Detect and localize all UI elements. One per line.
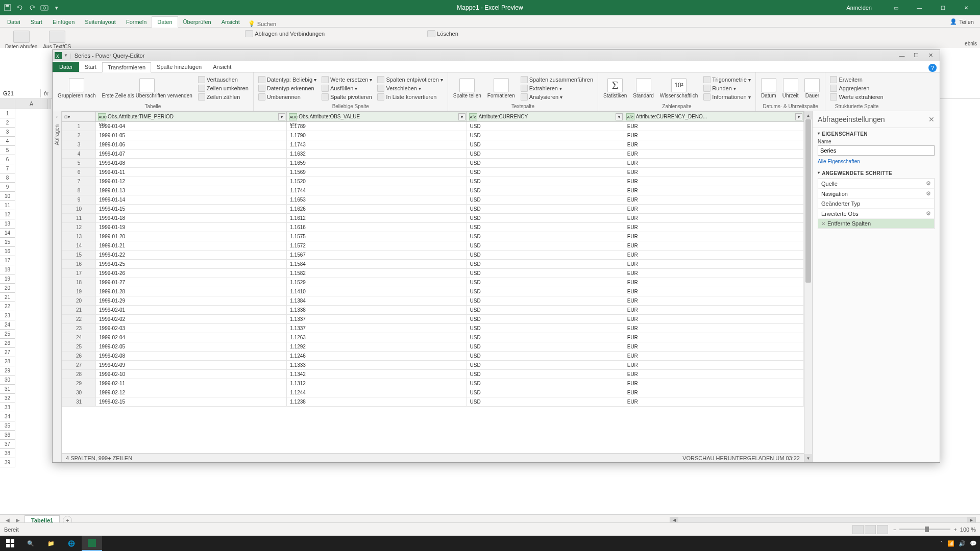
table-cell[interactable]: EUR xyxy=(624,223,803,232)
row-number[interactable]: 1 xyxy=(62,122,96,131)
table-cell[interactable]: USD xyxy=(467,177,624,186)
row-header[interactable]: 1 xyxy=(0,109,15,118)
table-row[interactable]: 271999-02-091.1333USDEUR xyxy=(62,361,804,370)
row-header[interactable]: 31 xyxy=(0,385,15,394)
table-cell[interactable]: USD xyxy=(467,186,624,195)
table-cell[interactable]: EUR xyxy=(624,205,803,214)
table-cell[interactable]: 1.1632 xyxy=(287,149,467,159)
extract-button[interactable]: Extrahieren ▾ xyxy=(519,84,595,92)
table-row[interactable]: 291999-02-111.1312USDEUR xyxy=(62,379,804,388)
row-number[interactable]: 26 xyxy=(62,352,96,361)
table-cell[interactable]: USD xyxy=(467,333,624,342)
table-cell[interactable]: 1999-01-22 xyxy=(96,251,287,260)
table-cell[interactable]: USD xyxy=(467,388,624,397)
table-cell[interactable]: 1.1292 xyxy=(287,342,467,352)
table-cell[interactable]: 1.1790 xyxy=(287,131,467,140)
table-cell[interactable]: EUR xyxy=(624,140,803,149)
from-text-button[interactable]: Aus Text/CS xyxy=(41,30,73,48)
table-cell[interactable]: EUR xyxy=(624,149,803,159)
table-cell[interactable]: 1.1337 xyxy=(287,324,467,333)
table-cell[interactable]: 1999-01-07 xyxy=(96,149,287,159)
applied-step[interactable]: ✕Entfernte Spalten xyxy=(818,219,934,229)
row-number[interactable]: 25 xyxy=(62,342,96,352)
to-list-button[interactable]: In Liste konvertieren xyxy=(376,93,444,101)
table-cell[interactable]: USD xyxy=(467,251,624,260)
table-cell[interactable]: 1999-01-28 xyxy=(96,287,287,296)
column-header[interactable]: ABC 123Obs.Attribute:OBS_VALUE▾ xyxy=(287,112,467,122)
search-icon[interactable]: 🔍 xyxy=(20,536,41,551)
table-row[interactable]: 111999-01-181.1612USDEUR xyxy=(62,214,804,223)
row-header[interactable]: 10 xyxy=(0,192,15,201)
close-icon[interactable]: ✕ xyxy=(954,0,978,15)
table-cell[interactable]: 1.1333 xyxy=(287,361,467,370)
table-cell[interactable]: 1999-01-25 xyxy=(96,260,287,269)
table-cell[interactable]: 1.1626 xyxy=(287,205,467,214)
row-number[interactable]: 27 xyxy=(62,361,96,370)
table-corner[interactable]: ⊞▾ xyxy=(62,112,96,122)
table-cell[interactable]: 1.1743 xyxy=(287,140,467,149)
table-cell[interactable]: 1.1572 xyxy=(287,241,467,251)
table-cell[interactable]: USD xyxy=(467,315,624,324)
row-number[interactable]: 13 xyxy=(62,232,96,241)
table-row[interactable]: 51999-01-081.1659USDEUR xyxy=(62,159,804,168)
table-row[interactable]: 281999-02-101.1342USDEUR xyxy=(62,370,804,379)
row-header[interactable]: 9 xyxy=(0,183,15,192)
table-cell[interactable]: 1.1384 xyxy=(287,296,467,306)
clear-filter-button[interactable]: Löschen xyxy=(425,30,460,38)
table-cell[interactable]: EUR xyxy=(624,241,803,251)
merge-columns-button[interactable]: Spalten zusammenführen xyxy=(519,76,595,84)
row-header[interactable]: 14 xyxy=(0,229,15,238)
unpivot-button[interactable]: Spalten entpivotieren ▾ xyxy=(376,76,444,84)
table-cell[interactable]: 1.1312 xyxy=(287,379,467,388)
table-cell[interactable]: 1999-01-13 xyxy=(96,186,287,195)
applied-step[interactable]: Quelle⚙ xyxy=(818,179,934,189)
tell-me-search[interactable]: 💡Suchen xyxy=(248,20,276,27)
row-header[interactable]: 7 xyxy=(0,164,15,173)
row-header[interactable]: 18 xyxy=(0,265,15,274)
row-header[interactable]: 15 xyxy=(0,238,15,247)
qat-more-icon[interactable]: ▾ xyxy=(52,3,61,12)
table-cell[interactable]: 1999-01-08 xyxy=(96,159,287,168)
table-cell[interactable]: 1999-01-04 xyxy=(96,122,287,131)
row-number[interactable]: 23 xyxy=(62,324,96,333)
table-cell[interactable]: USD xyxy=(467,342,624,352)
table-row[interactable]: 181999-01-271.1529USDEUR xyxy=(62,278,804,287)
table-row[interactable]: 301999-02-121.1244USDEUR xyxy=(62,388,804,397)
table-row[interactable]: 171999-01-261.1582USDEUR xyxy=(62,269,804,278)
row-header[interactable]: 25 xyxy=(0,330,15,339)
tab-formeln[interactable]: Formeln xyxy=(121,17,152,27)
table-cell[interactable]: USD xyxy=(467,324,624,333)
table-cell[interactable]: 1.1338 xyxy=(287,306,467,315)
pq-minimize-icon[interactable]: — xyxy=(895,51,909,61)
scroll-up-icon[interactable]: ▲ xyxy=(804,111,812,119)
chevron-right-icon[interactable]: › xyxy=(56,114,58,119)
scientific-button[interactable]: 10²Wissenschaftlich xyxy=(658,77,700,99)
table-cell[interactable]: EUR xyxy=(624,287,803,296)
table-row[interactable]: 191999-01-281.1410USDEUR xyxy=(62,287,804,296)
table-row[interactable]: 31999-01-061.1743USDEUR xyxy=(62,140,804,149)
table-cell[interactable]: 1999-02-11 xyxy=(96,379,287,388)
table-cell[interactable]: 1.1337 xyxy=(287,315,467,324)
tab-datei[interactable]: Datei xyxy=(2,17,26,27)
trigonometry-button[interactable]: Trigonometrie ▾ xyxy=(702,76,752,84)
extract-values-button[interactable]: Werte extrahieren xyxy=(828,93,885,101)
table-cell[interactable]: EUR xyxy=(624,186,803,195)
filter-dropdown-icon[interactable]: ▾ xyxy=(795,113,802,120)
row-header[interactable]: 39 xyxy=(0,458,15,467)
row-number[interactable]: 10 xyxy=(62,205,96,214)
row-number[interactable]: 3 xyxy=(62,140,96,149)
table-row[interactable]: 131999-01-201.1575USDEUR xyxy=(62,232,804,241)
undo-icon[interactable] xyxy=(15,3,24,12)
table-cell[interactable]: 1.1410 xyxy=(287,287,467,296)
round-button[interactable]: Runden ▾ xyxy=(702,84,752,92)
table-cell[interactable]: USD xyxy=(467,269,624,278)
normal-view-icon[interactable] xyxy=(852,525,864,534)
table-cell[interactable]: 1999-02-03 xyxy=(96,324,287,333)
table-cell[interactable]: 1999-02-10 xyxy=(96,370,287,379)
grid-vertical-scrollbar[interactable]: ▲ ▼ xyxy=(804,111,812,462)
table-row[interactable]: 91999-01-141.1653USDEUR xyxy=(62,195,804,205)
filter-dropdown-icon[interactable]: ▾ xyxy=(616,113,623,120)
tab-start[interactable]: Start xyxy=(26,17,47,27)
table-row[interactable]: 101999-01-151.1626USDEUR xyxy=(62,205,804,214)
pq-tab-datei[interactable]: Datei xyxy=(53,62,79,72)
